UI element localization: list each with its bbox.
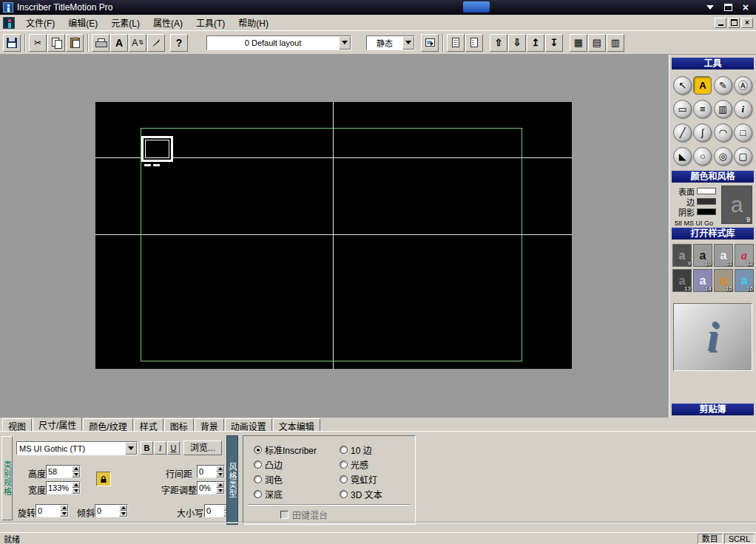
style-thumb-13[interactable]: a13 (672, 269, 692, 292)
radio-icon[interactable] (340, 446, 348, 454)
tool-arc-button[interactable]: ◠ (714, 123, 732, 142)
tool-polygon-button[interactable]: ◣ (673, 147, 692, 166)
save-button[interactable] (3, 34, 21, 52)
radio-icon[interactable] (254, 475, 262, 483)
mode-select[interactable]: 静态 (366, 35, 415, 50)
tool-rounded-rect-button[interactable]: ▢ (734, 147, 752, 166)
tab-icon[interactable]: 图标 (164, 418, 194, 431)
spin-down-button[interactable] (119, 511, 127, 517)
style-option-standard[interactable]: 标准Inscriber (254, 443, 317, 456)
move-top-button[interactable]: ↥ (527, 34, 544, 52)
keyframe-button[interactable] (421, 34, 439, 52)
style-option-deep[interactable]: 深底 (254, 488, 283, 500)
rotation-input[interactable] (36, 505, 60, 517)
underline-button[interactable]: U (167, 441, 180, 455)
style-thumb-10[interactable]: a10 (693, 244, 712, 267)
layout-select[interactable]: 0 Default layout (206, 35, 351, 50)
close-icon[interactable]: × (743, 2, 749, 13)
spin-up-button[interactable] (216, 466, 224, 472)
radio-icon[interactable] (254, 460, 262, 469)
style-thumb-16[interactable]: a16 (735, 269, 754, 292)
font-select[interactable]: MS UI Gothic (TT) (16, 441, 138, 455)
edit-canvas[interactable] (95, 102, 572, 369)
bold-button[interactable]: B (141, 441, 153, 455)
spin-down-button[interactable] (60, 511, 68, 517)
mdi-minimize-button[interactable] (715, 18, 726, 28)
style-option-raised-edge[interactable]: 凸边 (254, 458, 283, 471)
italic-button[interactable]: I (154, 441, 166, 455)
print-button[interactable] (92, 34, 109, 52)
skew-input[interactable] (95, 505, 119, 517)
style-option-3d-text[interactable]: 3D 文本 (340, 488, 382, 500)
safe-area-button[interactable]: ▤ (588, 34, 606, 52)
restore-icon[interactable] (724, 4, 732, 11)
tool-pointer-button[interactable]: ↖ (673, 76, 692, 95)
tool-auto-text-button[interactable]: Ⓐ (734, 76, 752, 95)
copy-button[interactable] (47, 34, 65, 52)
radio-icon[interactable] (340, 475, 348, 483)
tab-color-texture[interactable]: 颜色/纹理 (83, 418, 132, 431)
tool-text-button[interactable]: A (693, 76, 712, 95)
layout-select-arrow-button[interactable] (339, 36, 351, 50)
tool-text-box-button[interactable]: ▭ (673, 100, 692, 118)
snap-button[interactable]: ▥ (607, 34, 624, 52)
style-thumb-15[interactable]: a15 (714, 269, 733, 292)
menu-edit[interactable]: 编辑(E) (61, 14, 104, 31)
blend-checkbox[interactable]: 田键混台 (280, 509, 328, 521)
textbox-alt-button[interactable] (465, 34, 483, 52)
tool-rectangle-button[interactable]: □ (734, 123, 752, 142)
category-spec-tab[interactable]: 类别规格 (1, 436, 13, 520)
menu-file[interactable]: 文件(F) (19, 14, 61, 31)
spin-up-button[interactable] (72, 466, 80, 472)
radio-icon[interactable] (340, 460, 348, 469)
spin-down-button[interactable] (216, 472, 224, 477)
style-option-10-edge[interactable]: 10 边 (340, 443, 372, 456)
tool-line-button[interactable]: ╱ (673, 123, 692, 142)
grid-button[interactable]: ▦ (570, 34, 587, 52)
edge-swatch[interactable] (697, 198, 716, 205)
style-type-tab[interactable]: 风格类型 (226, 435, 238, 525)
height-input[interactable] (47, 466, 72, 477)
menu-attribute[interactable]: 属性(A) (146, 14, 189, 31)
tool-curve-button[interactable]: ∫ (693, 123, 712, 142)
tool-columns-button[interactable]: ▥ (714, 100, 732, 118)
style-option-tint[interactable]: 润色 (254, 473, 283, 486)
radio-icon[interactable] (254, 490, 262, 498)
style-thumb-14[interactable]: a14 (693, 269, 712, 292)
move-up-button[interactable]: ⇧ (490, 34, 507, 52)
tool-logo-button[interactable]: i (734, 100, 752, 118)
char-attributes-button[interactable]: A⇅ (129, 34, 146, 52)
mode-select-arrow-button[interactable] (402, 36, 414, 50)
style-thumb-12[interactable]: a12 (735, 244, 754, 267)
mdi-restore-button[interactable] (728, 18, 740, 28)
spin-up-button[interactable] (60, 505, 68, 511)
menu-element[interactable]: 元素(L) (104, 14, 146, 31)
paste-button[interactable] (66, 34, 84, 52)
tab-text-edit[interactable]: 文本编辑 (273, 418, 320, 431)
aspect-lock-button[interactable] (96, 472, 111, 486)
move-bottom-button[interactable]: ↧ (545, 34, 563, 52)
style-option-light[interactable]: 光感 (340, 458, 368, 471)
tab-view[interactable]: 视图 (2, 418, 32, 431)
spin-up-button[interactable] (119, 505, 127, 511)
textbox-button[interactable] (447, 34, 465, 52)
spin-down-button[interactable] (72, 488, 80, 494)
shadow-swatch[interactable] (697, 208, 716, 215)
font-select-arrow-button[interactable] (125, 442, 137, 455)
help-button[interactable]: ? (170, 34, 188, 52)
tab-background[interactable]: 背景 (195, 418, 224, 431)
radio-icon[interactable] (254, 446, 262, 454)
surface-swatch[interactable] (697, 188, 716, 194)
tool-circle-button[interactable]: ○ (693, 147, 712, 166)
text-style-button[interactable]: A (110, 34, 128, 52)
spin-down-button[interactable] (72, 472, 80, 477)
line-spacing-input[interactable] (198, 466, 216, 477)
style-thumb-9[interactable]: a9 (672, 244, 692, 267)
menu-help[interactable]: 帮助(H) (232, 14, 275, 31)
tool-pen-button[interactable]: ✎ (714, 76, 732, 95)
tab-animation[interactable]: 动画设置 (225, 418, 272, 431)
tab-size-properties[interactable]: 尺寸/属性 (33, 417, 82, 431)
style-thumb-11[interactable]: a11 (714, 244, 733, 267)
style-letter-preview[interactable]: a 9 (721, 186, 752, 224)
case-input[interactable] (205, 505, 223, 517)
